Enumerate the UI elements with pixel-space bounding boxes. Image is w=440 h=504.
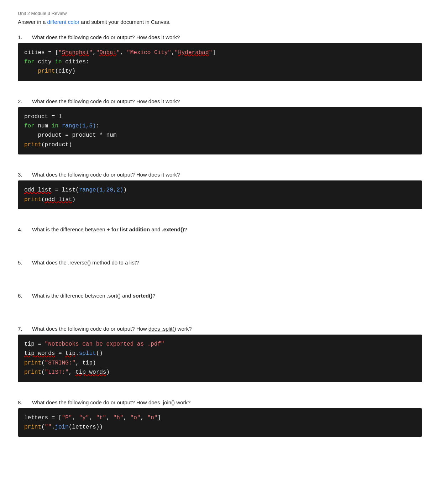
q6-sorted: sorted() [132,293,152,299]
q8-join: does .join() [148,399,175,405]
q6-text: What is the difference between .sort() a… [32,293,156,299]
q8-text: What does the following code do or outpu… [32,399,190,405]
code7-line4: print("LIST:", tip words) [24,368,416,377]
q4-text: What is the difference between + for lis… [32,226,187,232]
page-intro: Answer in a different color and submit y… [18,18,422,26]
question-4: 4. What is the difference between + for … [18,226,422,250]
q5-text: What does the .reverse() method do to a … [32,259,139,266]
code7-line2: tip words = tip.split() [24,349,416,358]
q3-text: What does the following code do or outpu… [32,172,180,178]
q7-split: does .split() [148,326,176,332]
question-6: 6. What is the difference between .sort(… [18,293,422,316]
question-5-text: 5. What does the .reverse() method do to… [18,259,422,266]
code3-line1: odd list = list(range(1,20,2)) [24,185,416,195]
question-6-text: 6. What is the difference between .sort(… [18,293,422,299]
q4-bold1: + for list addition [107,226,150,232]
code1-line3: print(city) [24,67,416,76]
question-3: 3. What does the following code do or ou… [18,172,422,209]
question-1-text: 1. What does the following code do or ou… [18,34,422,40]
question-2-text: 2. What does the following code do or ou… [18,98,422,104]
question-4-text: 4. What is the difference between + for … [18,226,422,232]
question-8-text: 8. What does the following code do or ou… [18,399,422,405]
code2-line3: product = product * num [24,131,416,140]
code-block-2: product = 1 for num in range(1,5): produ… [18,107,422,155]
code7-line1: tip = "Notebooks can be exported as .pdf… [24,340,416,349]
code8-line2: print("".join(letters)) [24,422,416,432]
question-7-text: 7. What does the following code do or ou… [18,326,422,332]
question-7: 7. What does the following code do or ou… [18,326,422,382]
q5-reverse: the .reverse() [59,259,91,266]
code2-line2: for num in range(1,5): [24,121,416,131]
q7-text: What does the following code do or outpu… [32,326,192,332]
code8-line1: letters = ["P", "y", "t", "h", "o", "n"] [24,413,416,422]
code3-line2: print(odd list) [24,195,416,204]
question-1: 1. What does the following code do or ou… [18,34,422,81]
q5-num: 5. [18,259,32,266]
q3-num: 3. [18,172,32,178]
q4-extend: .extend() [162,226,184,232]
q1-num: 1. [18,34,32,40]
q6-num: 6. [18,293,32,299]
q4-num: 4. [18,226,32,232]
q6-sort: between .sort() [85,293,121,299]
q1-text: What does the following code do or outpu… [32,34,180,40]
question-5: 5. What does the .reverse() method do to… [18,259,422,283]
code1-line1: cities = ["Shanghai","Dubai", "Mexico Ci… [24,48,416,57]
code-block-3: odd list = list(range(1,20,2)) print(odd… [18,180,422,209]
question-3-text: 3. What does the following code do or ou… [18,172,422,178]
code2-line1: product = 1 [24,112,416,121]
q2-num: 2. [18,98,32,104]
code2-line4: print(product) [24,140,416,149]
q2-text: What does the following code do or outpu… [32,98,180,104]
question-8: 8. What does the following code do or ou… [18,399,422,437]
code7-line3: print("STRING:", tip) [24,358,416,368]
code-block-1: cities = ["Shanghai","Dubai", "Mexico Ci… [18,43,422,81]
code-block-7: tip = "Notebooks can be exported as .pdf… [18,335,422,382]
intro-part1: Answer in a [18,19,47,25]
q7-num: 7. [18,326,32,332]
code1-line2: for city in cities: [24,57,416,67]
intro-part2: and submit your document in Canvas. [79,19,171,25]
different-color-link[interactable]: different color [47,19,80,25]
code-block-8: letters = ["P", "y", "t", "h", "o", "n"]… [18,408,422,437]
question-2: 2. What does the following code do or ou… [18,98,422,155]
q8-num: 8. [18,399,32,405]
page-subtitle: Unit 2 Module 3 Review [18,11,422,16]
